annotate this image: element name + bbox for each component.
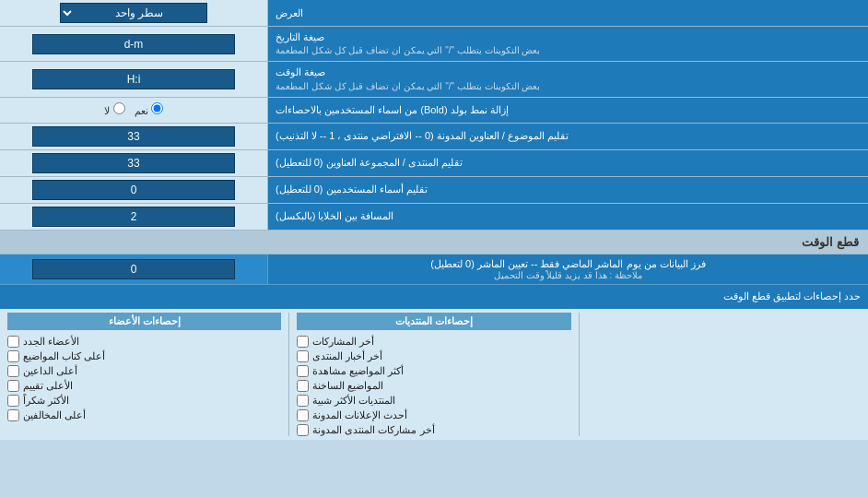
date-format-input[interactable] — [32, 34, 235, 54]
topic-trim-input-cell — [0, 124, 267, 149]
checkbox-member-6[interactable] — [7, 409, 19, 421]
display-row: العرض سطر واحد — [0, 0, 868, 27]
cell-spacing-input[interactable] — [32, 207, 235, 227]
topic-trim-input[interactable] — [32, 126, 235, 147]
bold-no-label: لا — [104, 102, 124, 117]
list-item: المنتديات الأكثر شبية — [297, 395, 570, 407]
list-item: الأعلى تقييم — [7, 380, 281, 392]
list-item: أعلى المخالفين — [7, 409, 281, 421]
cutoff-label: فرز البيانات من يوم الماشر الماضي فقط --… — [267, 254, 868, 284]
time-format-label: صيغة الوقت بعض التكوينات يتطلب "/" التي … — [267, 62, 868, 96]
cutoff-row: فرز البيانات من يوم الماشر الماضي فقط --… — [0, 254, 868, 285]
username-trim-input-cell — [0, 177, 267, 203]
list-item: المواضيع الساخنة — [297, 380, 570, 392]
empty-col — [580, 313, 868, 436]
cutoff-section-header: قطع الوقت — [0, 231, 868, 254]
forum-trim-input[interactable] — [32, 153, 235, 173]
list-item: أكثر المواضيع مشاهدة — [297, 365, 570, 377]
display-input-cell: سطر واحد — [0, 0, 267, 26]
topic-trim-row: تقليم الموضوع / العناوين المدونة (0 -- ا… — [0, 124, 868, 150]
date-format-row: صيغة التاريخ بعض التكوينات يتطلب "/" الت… — [0, 27, 868, 62]
time-format-input-cell — [0, 62, 267, 96]
bold-label: إزالة نمط بولد (Bold) من اسماء المستخدمي… — [267, 98, 868, 123]
list-item: أخر أخبار المنتدى — [297, 350, 570, 362]
cell-spacing-label: المسافة بين الخلايا (بالبكسل) — [267, 204, 868, 230]
topic-trim-label: تقليم الموضوع / العناوين المدونة (0 -- ا… — [267, 124, 868, 149]
list-item: أعلى الداعين — [7, 365, 281, 377]
checkboxes-header-label: حدد إحصاءات لتطبيق قطع الوقت — [7, 290, 861, 302]
member-stats-header: إحصاءات الأعضاء — [7, 313, 281, 330]
checkbox-forum-6[interactable] — [297, 409, 309, 421]
username-trim-label: تقليم أسماء المستخدمين (0 للتعطيل) — [267, 177, 868, 203]
list-item: أخر مشاركات المنتدى المدونة — [297, 424, 570, 436]
checkbox-forum-4[interactable] — [297, 380, 309, 392]
list-item: الأعضاء الجدد — [7, 336, 281, 348]
checkbox-member-5[interactable] — [7, 395, 19, 407]
checkbox-member-4[interactable] — [7, 380, 19, 392]
forum-trim-label: تقليم المنتدى / المجموعة العناوين (0 للت… — [267, 150, 868, 176]
date-format-input-cell — [0, 27, 267, 61]
checkbox-forum-2[interactable] — [297, 350, 309, 362]
checkbox-forum-1[interactable] — [297, 336, 309, 348]
checkbox-forum-5[interactable] — [297, 395, 309, 407]
checkbox-member-2[interactable] — [7, 350, 19, 362]
cutoff-input[interactable] — [32, 259, 235, 279]
username-trim-row: تقليم أسماء المستخدمين (0 للتعطيل) — [0, 177, 868, 204]
username-trim-input[interactable] — [32, 180, 235, 200]
forum-stats-col: إحصاءات المنتديات أخر المشاركات أخر أخبا… — [289, 313, 579, 436]
checkboxes-section: حدد إحصاءات لتطبيق قطع الوقت إحصاءات الم… — [0, 285, 868, 440]
member-stats-col: إحصاءات الأعضاء الأعضاء الجدد أعلى كتاب … — [0, 313, 289, 436]
bold-no-radio[interactable] — [113, 102, 125, 114]
display-select[interactable]: سطر واحد — [60, 3, 207, 23]
forum-stats-header: إحصاءات المنتديات — [297, 313, 570, 330]
display-label: العرض — [267, 0, 868, 26]
date-format-label: صيغة التاريخ بعض التكوينات يتطلب "/" الت… — [267, 27, 868, 61]
forum-trim-input-cell — [0, 150, 267, 176]
time-format-row: صيغة الوقت بعض التكوينات يتطلب "/" التي … — [0, 62, 868, 97]
checkbox-member-3[interactable] — [7, 365, 19, 377]
list-item: أعلى كتاب المواضيع — [7, 350, 281, 362]
checkbox-forum-3[interactable] — [297, 365, 309, 377]
bold-row: إزالة نمط بولد (Bold) من اسماء المستخدمي… — [0, 98, 868, 124]
cell-spacing-row: المسافة بين الخلايا (بالبكسل) — [0, 204, 868, 231]
list-item: أخر المشاركات — [297, 336, 570, 348]
forum-trim-row: تقليم المنتدى / المجموعة العناوين (0 للت… — [0, 150, 868, 177]
bold-yes-label: نعم — [135, 102, 163, 117]
bold-yes-radio[interactable] — [151, 102, 163, 114]
cell-spacing-input-cell — [0, 204, 267, 230]
checkbox-member-1[interactable] — [7, 336, 19, 348]
checkboxes-header-row: حدد إحصاءات لتطبيق قطع الوقت — [0, 285, 868, 309]
cutoff-input-cell — [0, 254, 267, 284]
checkboxes-grid: إحصاءات المنتديات أخر المشاركات أخر أخبا… — [0, 309, 868, 440]
list-item: أحدث الإعلانات المدونة — [297, 409, 570, 421]
checkbox-forum-7[interactable] — [297, 424, 309, 436]
bold-radio-cell: نعم لا — [0, 98, 267, 123]
list-item: الأكثر شكراً — [7, 395, 281, 407]
time-format-input[interactable] — [32, 69, 235, 89]
